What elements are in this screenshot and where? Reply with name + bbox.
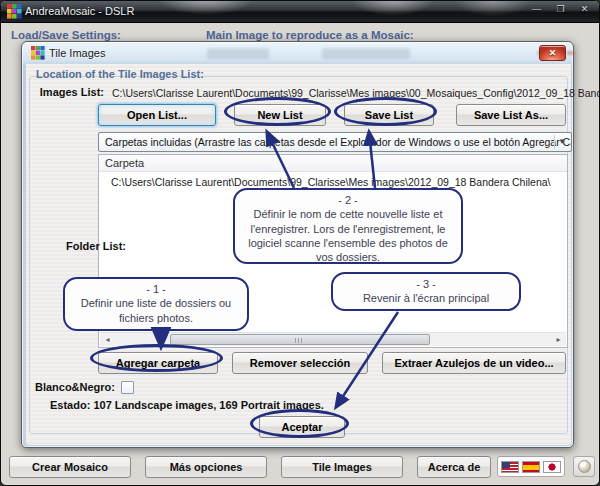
us-flag-icon[interactable] bbox=[501, 461, 519, 473]
maximize-icon[interactable]: ❐ bbox=[552, 3, 569, 16]
blanco-negro-checkbox[interactable] bbox=[121, 381, 134, 394]
images-list-path: C:\Users\Clarisse Laurent\Documents\99_C… bbox=[112, 87, 600, 99]
magnifier-icon bbox=[578, 460, 591, 473]
minimize-icon[interactable]: — bbox=[528, 3, 545, 16]
spain-flag-icon[interactable] bbox=[522, 461, 540, 473]
scroll-left-icon[interactable]: ◂ bbox=[100, 333, 115, 346]
images-list-label: Images List: bbox=[26, 86, 104, 98]
dialog-close-button[interactable]: ✕ bbox=[539, 45, 566, 61]
dialog-title: Tile Images bbox=[49, 47, 105, 59]
carpeta-column-header[interactable]: Carpeta bbox=[99, 155, 567, 172]
callout-step-2: - 2 - Définir le nom de cette nouvelle l… bbox=[233, 188, 463, 264]
callout-step-1: - 1 - Definir une liste de dossiers ou f… bbox=[63, 277, 249, 331]
titlebar-glass-reflection bbox=[567, 51, 575, 55]
magnifier-button[interactable] bbox=[573, 456, 595, 477]
window-titlebar[interactable]: AndreaMosaic - DSLR — ❐ ✕ bbox=[1, 1, 599, 23]
location-group-label: Location of the Tile Images List: bbox=[34, 68, 206, 80]
load-save-settings-heading: Load/Save Settings: bbox=[11, 29, 121, 41]
callout-1-number: - 1 - bbox=[71, 282, 241, 296]
estado-value: 107 Landscape images, 169 Portrait image… bbox=[93, 399, 324, 411]
extraer-azulejos-button[interactable]: Extraer Azulejos de un video... bbox=[382, 352, 566, 374]
folders-combobox[interactable]: Carpetas incluidas (Arrastre las carpeta… bbox=[98, 132, 572, 152]
mas-opciones-button[interactable]: Más opciones bbox=[145, 456, 267, 478]
mosaic-app-icon bbox=[7, 4, 22, 19]
scrollbar-thumb[interactable] bbox=[170, 334, 430, 345]
chevron-down-icon: ▼ bbox=[554, 135, 569, 149]
blanco-negro-label: Blanco&Negro: bbox=[26, 381, 115, 393]
main-image-heading: Main Image to reproduce as a Mosaic: bbox=[206, 29, 414, 41]
estado-label: Estado: bbox=[50, 399, 90, 411]
remover-seleccion-button[interactable]: Remover selección bbox=[232, 352, 368, 374]
estado-status-line: Estado: 107 Landscape images, 169 Portra… bbox=[50, 399, 324, 411]
callout-step-3: - 3 - Revenir à l'écran principal bbox=[331, 272, 521, 311]
callout-2-number: - 2 - bbox=[241, 193, 455, 207]
acerca-de-button[interactable]: Acerca de bbox=[417, 456, 491, 478]
save-list-button[interactable]: Save List bbox=[344, 104, 434, 126]
mosaic-dialog-icon bbox=[31, 46, 45, 60]
callout-3-number: - 3 - bbox=[339, 277, 513, 291]
window-title: AndreaMosaic - DSLR bbox=[25, 5, 134, 17]
open-list-button[interactable]: Open List... bbox=[98, 104, 216, 126]
app-window: AndreaMosaic - DSLR — ❐ ✕ Load/Save Sett… bbox=[0, 0, 600, 486]
japan-flag-icon[interactable] bbox=[543, 461, 561, 473]
titlebar-glass-reflection bbox=[322, 48, 410, 59]
horizontal-scrollbar[interactable]: ◂ ▸ bbox=[100, 332, 566, 346]
callout-1-text: Definir une liste de dossiers ou fichier… bbox=[81, 297, 231, 323]
folders-combobox-value: Carpetas incluidas (Arrastre las carpeta… bbox=[105, 136, 572, 148]
callout-2-text: Définir le nom de cette nouvelle liste e… bbox=[248, 208, 448, 263]
dialog-titlebar[interactable]: Tile Images ✕ bbox=[22, 42, 573, 64]
aceptar-button[interactable]: Aceptar bbox=[259, 416, 345, 438]
scroll-right-icon[interactable]: ▸ bbox=[551, 333, 566, 346]
language-flags-panel bbox=[497, 456, 565, 477]
new-list-button[interactable]: New List bbox=[234, 104, 326, 126]
crear-mosaico-button[interactable]: Crear Mosaico bbox=[9, 456, 131, 478]
agregar-carpeta-button[interactable]: Agregar carpeta bbox=[98, 352, 218, 374]
titlebar-glass-reflection bbox=[207, 48, 269, 59]
scrollbar-grip bbox=[295, 338, 304, 343]
callout-3-text: Revenir à l'écran principal bbox=[363, 292, 489, 304]
close-icon[interactable]: ✕ bbox=[576, 3, 593, 16]
tile-images-button[interactable]: Tile Images bbox=[281, 456, 403, 478]
save-list-as-button[interactable]: Save List As... bbox=[456, 104, 566, 126]
folder-list-label: Folder List: bbox=[36, 240, 126, 252]
